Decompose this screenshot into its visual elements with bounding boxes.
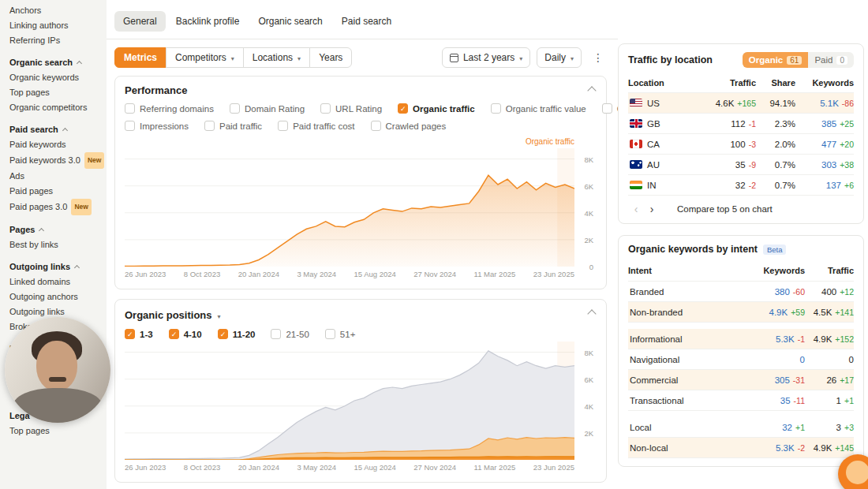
tab-general[interactable]: General [114,11,166,32]
next-page-button[interactable] [644,203,660,215]
keywords-link[interactable]: 477 [821,140,836,149]
sidebar-section-label: Pages [9,225,35,234]
metric-crawled-pages[interactable]: Crawled pages [371,121,447,131]
sidebar-item-label: Anchors [9,6,41,15]
checkbox-label: Paid traffic [219,121,262,131]
sidebar-item-linked-domains[interactable]: Linked domains [9,274,102,289]
metric-referring-domains[interactable]: Referring domains [125,103,214,114]
sidebar-section-label: Organic search [9,58,73,67]
sidebar-section-organic-search[interactable]: Organic search [9,55,102,70]
keywords-link[interactable]: 35 [780,396,791,405]
sidebar-item-top-pages[interactable]: Top pages [9,85,102,100]
toggle-organic[interactable]: Organic61 [743,52,809,68]
sidebar-item-paid-keywords-3-0[interactable]: Paid keywords 3.0New [9,152,102,169]
sidebar-item-paid-pages-3-0[interactable]: Paid pages 3.0New [9,199,102,215]
traffic-by-location-table: LocationTrafficShareKeywordsUS4.6K+16594… [628,73,854,196]
location-code: IN [647,181,657,190]
metric-impressions[interactable]: Impressions [125,121,189,131]
share-cell: 2.3% [756,119,795,129]
chevron-down-icon[interactable] [218,308,221,322]
sidebar-section-outgoing-links[interactable]: Outgoing links [9,259,102,274]
granularity-button[interactable]: Daily [537,47,582,68]
keywords-link[interactable]: 137 [826,181,841,190]
traffic-value: 26 [826,375,836,385]
sidebar-item-organic-competitors[interactable]: Organic competitors [9,100,102,115]
keywords-link[interactable]: 385 [821,119,836,129]
sidebar-section-pages[interactable]: Pages [9,222,102,237]
sidebar-item-organic-keywords[interactable]: Organic keywords [9,70,102,85]
performance-title: Performance [125,84,187,96]
position-filter-21-50[interactable]: 21-50 [271,329,309,339]
granularity-label: Daily [544,52,566,63]
unchecked-checkbox-icon [325,329,335,339]
sidebar-item-best-by-links[interactable]: Best by links [9,237,102,252]
metric-organic-traffic-value[interactable]: Organic traffic value [491,103,586,114]
sidebar-item-paid-keywords[interactable]: Paid keywords [9,137,102,152]
y-tick-label: 2K [584,429,593,438]
keywords-link[interactable]: 5.3K [776,334,795,344]
organic-paid-toggle: Organic61Paid0 [743,52,854,68]
traffic-cell: 4.5K+141 [805,308,854,317]
location-code: AU [647,160,660,170]
position-filter-4-10[interactable]: 4-10 [169,329,202,339]
unchecked-checkbox-icon [125,103,135,114]
metric-url-rating[interactable]: URL Rating [320,103,382,114]
chevron-up-icon [77,61,82,66]
position-filter-11-20[interactable]: 11-20 [218,329,256,339]
toolbar-years-button[interactable]: Years [309,47,352,68]
date-range-button[interactable]: Last 2 years [442,47,530,68]
column-header-traffic: Traffic [805,266,854,275]
keywords-link[interactable]: 5.1K [820,99,839,108]
prev-page-button[interactable] [628,203,644,215]
sidebar-item-top-pages[interactable]: Top pages [9,424,102,439]
keywords-link[interactable]: 303 [821,160,836,170]
keywords-link[interactable]: 32 [782,423,792,432]
keywords-link[interactable]: 5.3K [776,443,795,453]
compare-top5-link[interactable]: Compare top 5 on chart [677,204,773,214]
metric-paid-traffic[interactable]: Paid traffic [204,121,262,131]
sidebar-section-paid-search[interactable]: Paid search [9,122,102,137]
metric-paid-traffic-cost[interactable]: Paid traffic cost [278,121,354,131]
unchecked-checkbox-icon [491,103,501,114]
x-tick-label: 23 Jun 2025 [533,270,574,278]
tab-organic-search[interactable]: Organic search [249,11,331,32]
intent-group: Informational5.3K-14.9K+152Navigational0… [628,329,854,411]
sidebar-item-label: Best by links [9,240,58,249]
traffic-value: 35 [735,160,746,170]
y-tick-label: 8K [584,155,593,164]
sidebar-item-linking-authors[interactable]: Linking authors [9,18,102,33]
performance-card: Performance Referring domainsDomain Rati… [114,76,607,289]
toggle-paid[interactable]: Paid0 [808,52,854,68]
position-filter-51[interactable]: 51+ [325,329,356,339]
keywords-cell: 5.3K-1 [742,334,805,344]
chevron-down-icon [231,52,234,63]
position-filter-1-3[interactable]: 1-3 [125,329,153,339]
sidebar-section-label: Outgoing links [9,262,70,271]
metric-domain-rating[interactable]: Domain Rating [230,103,305,114]
metric-organic-traffic[interactable]: Organic traffic [398,103,475,114]
toolbar-competitors-button[interactable]: Competitors [166,47,244,68]
sidebar-section-label: Paid search [9,125,58,134]
toggle-label: Paid [814,55,832,65]
sidebar-item-paid-pages[interactable]: Paid pages [9,184,102,199]
keywords-link[interactable]: 380 [775,287,790,297]
sidebar-item-referring-ips[interactable]: Referring IPs [9,33,102,48]
x-tick-label: 15 Aug 2024 [354,463,395,472]
sidebar-item-label: Organic competitors [9,103,87,112]
intent-label: Informational [628,334,742,344]
keywords-link[interactable]: 305 [775,375,790,385]
sidebar-item-outgoing-anchors[interactable]: Outgoing anchors [9,289,102,304]
sidebar-item-ads[interactable]: Ads [9,169,102,184]
more-options-button[interactable] [588,50,608,65]
y-tick-label: 0 [589,263,593,271]
tab-backlink-profile[interactable]: Backlink profile [167,11,249,32]
column-header-intent: Intent [628,266,742,275]
calendar-icon [450,54,458,62]
toolbar-metrics-button[interactable]: Metrics [114,47,166,68]
tab-paid-search[interactable]: Paid search [333,11,400,32]
toolbar-locations-button[interactable]: Locations [243,47,310,68]
keywords-link[interactable]: 4.9K [769,308,788,317]
sidebar-item-anchors[interactable]: Anchors [9,3,102,18]
share-cell: 0.7% [756,181,795,190]
checkbox-label: 21-50 [286,330,309,339]
